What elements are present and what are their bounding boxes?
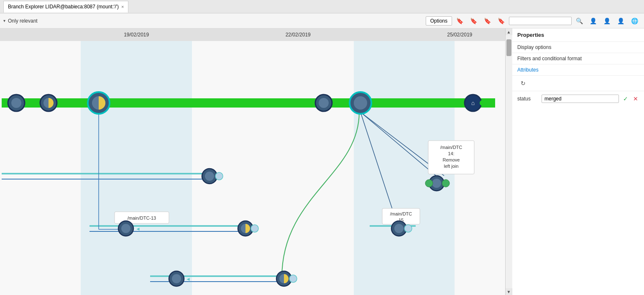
toolbar-right: Options 🔖 🔖 🔖 🔖 🔍 👤 👤 👤 🌐 (426, 16, 641, 26)
graph-scrollbar: ▲ ▼ (505, 28, 512, 295)
close-tab-button[interactable]: × (121, 4, 124, 9)
dtc14-label-2: 14: (448, 151, 454, 156)
status-attribute-row: status ✓ ✕ (512, 91, 644, 106)
scrollbar-up-button[interactable]: ▲ (506, 28, 512, 35)
scrollbar-track[interactable] (506, 35, 512, 288)
scrollbar-down-button[interactable]: ▼ (506, 288, 512, 295)
title-tab[interactable]: Branch Explorer LIDAR@babieca:8087 (moun… (3, 1, 128, 13)
user3-button[interactable]: 👤 (615, 16, 627, 26)
dtc15-end-circle (404, 225, 412, 232)
cancel-button[interactable]: ✕ (632, 95, 639, 103)
node-4-inner[interactable] (319, 98, 329, 108)
scrollbar-thumb[interactable] (506, 39, 511, 56)
dropdown-arrow-icon[interactable]: ▾ (3, 18, 5, 23)
properties-header: Properties (512, 28, 644, 42)
attributes-section[interactable]: Attributes (512, 64, 644, 76)
bookmark2-button[interactable]: 🔖 (468, 16, 480, 26)
toolbar-left: ▾ Only relevant (3, 18, 424, 24)
green-curve-dtc14 (282, 112, 359, 277)
globe-button[interactable]: 🌐 (629, 16, 641, 26)
tab-title: Branch Explorer LIDAR@babieca:8087 (moun… (8, 4, 119, 10)
bookmark3-button[interactable]: 🔖 (481, 16, 493, 26)
dtc14-label-3: Remove (443, 157, 460, 162)
branch2-node-inner[interactable] (205, 172, 214, 181)
dtc13-label: /main/DTC-13 (128, 215, 156, 221)
display-options-section[interactable]: Display options (512, 42, 644, 53)
only-relevant-label[interactable]: Only relevant (8, 18, 38, 24)
confirm-button[interactable]: ✓ (622, 95, 629, 103)
branch3-end-circle (251, 225, 258, 232)
right-panel: Properties Display options Filters and c… (512, 28, 644, 295)
search-button[interactable]: 🔍 (573, 16, 585, 26)
dtc14-right-green (442, 180, 450, 187)
title-bar: Branch Explorer LIDAR@babieca:8087 (moun… (0, 0, 644, 13)
node-1-inner[interactable] (11, 98, 21, 108)
home-icon: ⌂ (471, 100, 475, 106)
arrow-icon-1: ◄ (135, 226, 141, 232)
user1-button[interactable]: 👤 (587, 16, 599, 26)
dtc14-node-inner[interactable] (432, 179, 441, 188)
branch2-end-circle (215, 172, 223, 180)
status-label: status (517, 96, 538, 102)
graph-svg: V1.7 V1.8 /main/DTC-13 /main/DTC 14: Rem… (0, 28, 505, 295)
branch3-left-node-inner[interactable] (121, 224, 130, 233)
node-v18-inner[interactable] (354, 96, 367, 110)
status-input[interactable] (542, 95, 619, 103)
dtc15-node-inner[interactable] (394, 224, 404, 233)
arrow-icon-2: ◄ (186, 276, 191, 282)
search-input[interactable] (509, 17, 572, 25)
dtc14-label-1: /main/DTC (440, 145, 463, 150)
bottom-end-circle (289, 275, 297, 282)
bookmark4-button[interactable]: 🔖 (495, 16, 507, 26)
refresh-button[interactable]: ↻ (517, 78, 529, 88)
user2-button[interactable]: 👤 (601, 16, 613, 26)
bottom-left-node-inner[interactable] (172, 274, 181, 283)
graph-and-scroll: 19/02/2019 22/02/2019 25/02/2019 (0, 28, 512, 295)
dtc14-left-green (425, 180, 433, 187)
options-button[interactable]: Options (426, 16, 452, 26)
bookmark1-button[interactable]: 🔖 (454, 16, 466, 26)
filters-section[interactable]: Filters and conditional format (512, 53, 644, 64)
graph-area[interactable]: 19/02/2019 22/02/2019 25/02/2019 (0, 28, 505, 295)
main-layout: 19/02/2019 22/02/2019 25/02/2019 (0, 28, 644, 295)
toolbar: ▾ Only relevant Options 🔖 🔖 🔖 🔖 🔍 👤 👤 👤 … (0, 13, 644, 28)
node-home-green-dot (480, 100, 486, 106)
dtc15-label-1: /main/DTC (390, 211, 412, 216)
dtc14-label-4: left join (444, 164, 459, 169)
